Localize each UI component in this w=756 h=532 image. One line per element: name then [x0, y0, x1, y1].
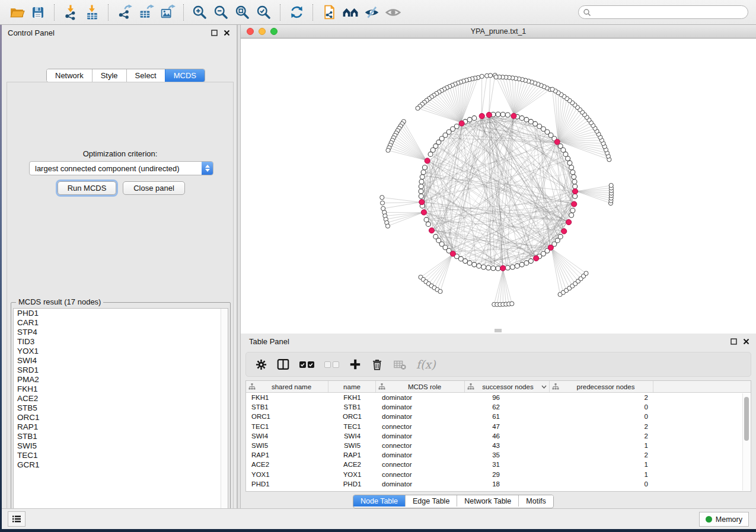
mcds-hub-node[interactable]: [419, 200, 425, 205]
zoom-out-icon[interactable]: [212, 3, 231, 22]
ring-node[interactable]: [524, 261, 529, 265]
ring-node[interactable]: [472, 116, 477, 120]
leaf-node[interactable]: [416, 106, 420, 110]
mcds-result-item[interactable]: CAR1: [14, 318, 228, 328]
ring-node[interactable]: [573, 194, 578, 198]
ring-node[interactable]: [419, 194, 423, 198]
table-row[interactable]: STB1STB1dominator620: [246, 402, 751, 412]
ring-node[interactable]: [419, 189, 423, 194]
column-header-successor-nodes[interactable]: successor nodes: [465, 381, 550, 392]
leaf-node[interactable]: [510, 302, 514, 306]
ring-node[interactable]: [567, 161, 572, 165]
ring-node[interactable]: [419, 184, 423, 189]
mcds-result-item[interactable]: GCR1: [14, 460, 228, 470]
ring-node[interactable]: [486, 265, 491, 270]
search-input[interactable]: [591, 7, 748, 18]
ring-node[interactable]: [524, 117, 529, 122]
mcds-hub-node[interactable]: [566, 219, 572, 225]
optimization-criterion-dropdown[interactable]: largest connected component (undirected): [29, 161, 213, 175]
deselect-all-icon[interactable]: [324, 361, 339, 368]
ring-node[interactable]: [477, 264, 481, 268]
canvas-scrollbar-thumb[interactable]: [495, 329, 502, 332]
tab-node-table[interactable]: Node Table: [353, 495, 405, 507]
ring-node[interactable]: [572, 175, 576, 180]
ring-node[interactable]: [491, 266, 496, 271]
mcds-result-item[interactable]: YOX1: [14, 347, 228, 356]
table-row[interactable]: FKH1FKH1dominator962: [246, 393, 751, 402]
leaf-node[interactable]: [480, 74, 484, 78]
mcds-result-item[interactable]: PMA2: [14, 375, 228, 384]
mcds-result-item[interactable]: SWI5: [14, 441, 228, 451]
mcds-hub-node[interactable]: [548, 245, 553, 250]
ring-node[interactable]: [419, 180, 424, 184]
column-header-predecessor-nodes[interactable]: predecessor nodes: [550, 381, 653, 392]
leaf-node[interactable]: [494, 75, 498, 79]
network-window-titlebar[interactable]: YPA_prune.txt_1: [241, 25, 756, 39]
tab-mcds[interactable]: MCDS: [165, 69, 205, 82]
mcds-hub-node[interactable]: [459, 121, 464, 126]
mcds-hub-node[interactable]: [554, 139, 560, 145]
mcds-hub-node[interactable]: [562, 229, 567, 234]
ring-node[interactable]: [510, 265, 515, 270]
mcds-hub-node[interactable]: [534, 255, 539, 261]
leaf-node[interactable]: [438, 289, 442, 293]
add-column-icon[interactable]: [349, 358, 361, 370]
ring-node[interactable]: [481, 265, 486, 270]
float-panel-icon[interactable]: [729, 338, 738, 346]
ring-node[interactable]: [528, 259, 533, 264]
mcds-result-item[interactable]: ORC1: [14, 413, 228, 422]
leaf-node[interactable]: [380, 201, 384, 205]
ring-node[interactable]: [426, 222, 430, 226]
table-row[interactable]: PHD1PHD1dominator180: [246, 479, 751, 489]
tab-style[interactable]: Style: [92, 69, 126, 82]
mcds-hub-node[interactable]: [450, 251, 455, 257]
ring-node[interactable]: [467, 261, 472, 265]
ring-node[interactable]: [569, 165, 574, 170]
mcds-hub-node[interactable]: [486, 112, 492, 117]
mcds-hub-node[interactable]: [572, 188, 578, 194]
table-row[interactable]: SWI4SWI4dominator462: [246, 431, 751, 441]
table-row[interactable]: ACE2ACE2connector311: [246, 460, 751, 469]
ring-node[interactable]: [569, 213, 574, 217]
hide-selected-icon[interactable]: [362, 3, 381, 22]
ring-node[interactable]: [519, 116, 524, 120]
ring-node[interactable]: [500, 112, 505, 117]
task-history-button[interactable]: [8, 511, 25, 527]
ring-node[interactable]: [421, 170, 426, 175]
zoom-in-icon[interactable]: [190, 3, 209, 22]
ring-node[interactable]: [519, 262, 524, 267]
network-canvas[interactable]: [241, 39, 756, 334]
table-row[interactable]: RAP1RAP1dominator352: [246, 450, 751, 460]
ring-node[interactable]: [515, 264, 519, 268]
select-all-icon[interactable]: [299, 361, 314, 368]
table-row[interactable]: TEC1TEC1connector472: [246, 422, 751, 431]
mcds-result-item[interactable]: TID3: [14, 337, 228, 347]
leaf-node[interactable]: [380, 196, 384, 200]
ring-node[interactable]: [424, 217, 429, 222]
leaf-node[interactable]: [550, 87, 554, 91]
zoom-selected-icon[interactable]: [254, 3, 273, 22]
settings-gear-icon[interactable]: [256, 359, 267, 370]
mcds-hub-node[interactable]: [429, 227, 434, 233]
leaf-node[interactable]: [386, 148, 390, 152]
mcds-hub-node[interactable]: [500, 265, 506, 271]
ring-node[interactable]: [573, 184, 578, 189]
mcds-hub-node[interactable]: [511, 113, 516, 118]
delete-column-icon[interactable]: [371, 358, 383, 371]
column-header-shared-name[interactable]: shared name: [246, 381, 328, 392]
close-panel-icon[interactable]: [222, 29, 231, 37]
tab-network[interactable]: Network: [47, 69, 92, 82]
ring-node[interactable]: [528, 119, 533, 124]
ring-node[interactable]: [570, 170, 575, 175]
ring-node[interactable]: [570, 208, 575, 213]
leaf-node[interactable]: [609, 183, 613, 187]
ring-node[interactable]: [558, 234, 563, 239]
tab-motifs[interactable]: Motifs: [518, 495, 553, 507]
first-neighbors-icon[interactable]: [341, 3, 360, 22]
close-panel-icon[interactable]: [742, 338, 750, 346]
mcds-result-item[interactable]: STB5: [14, 403, 228, 413]
import-table-icon[interactable]: [82, 3, 101, 22]
mcds-result-item[interactable]: TEC1: [14, 451, 228, 460]
open-icon[interactable]: [7, 3, 26, 22]
mcds-result-item[interactable]: RAP1: [14, 422, 228, 432]
